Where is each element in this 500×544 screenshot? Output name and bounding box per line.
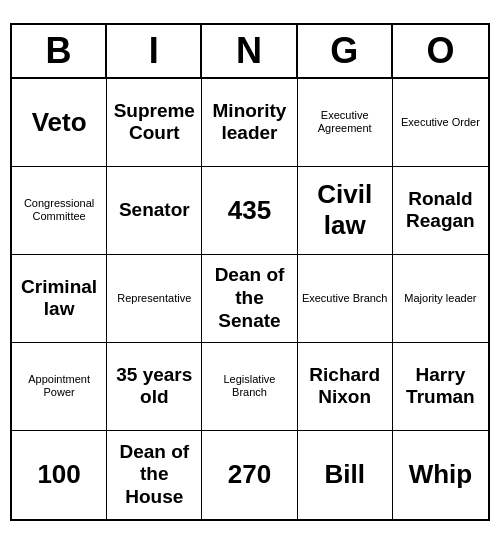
cell-label: Appointment Power [16, 373, 102, 399]
bingo-cell: Executive Branch [298, 255, 393, 343]
bingo-cell: Appointment Power [12, 343, 107, 431]
cell-label: 100 [37, 459, 80, 490]
bingo-cell: Senator [107, 167, 202, 255]
bingo-cell: 35 years old [107, 343, 202, 431]
bingo-cell: Harry Truman [393, 343, 488, 431]
cell-label: Dean of the House [111, 441, 197, 509]
cell-label: Executive Order [401, 116, 480, 129]
bingo-cell: Representative [107, 255, 202, 343]
bingo-cell: 270 [202, 431, 297, 519]
cell-label: Dean of the Senate [206, 264, 292, 332]
cell-label: Harry Truman [397, 364, 484, 410]
bingo-cell: Congressional Committee [12, 167, 107, 255]
header-letter: I [107, 25, 202, 77]
bingo-cell: Executive Agreement [298, 79, 393, 167]
bingo-cell: Civil law [298, 167, 393, 255]
cell-label: Executive Branch [302, 292, 388, 305]
bingo-cell: Executive Order [393, 79, 488, 167]
bingo-card: BINGO VetoSupreme CourtMinority leaderEx… [10, 23, 490, 521]
cell-label: Ronald Reagan [397, 188, 484, 234]
bingo-cell: Richard Nixon [298, 343, 393, 431]
bingo-cell: Majority leader [393, 255, 488, 343]
bingo-cell: Whip [393, 431, 488, 519]
cell-label: Richard Nixon [302, 364, 388, 410]
cell-label: Senator [119, 199, 190, 222]
header-letter: N [202, 25, 297, 77]
cell-label: Congressional Committee [16, 197, 102, 223]
cell-label: Majority leader [404, 292, 476, 305]
cell-label: 35 years old [111, 364, 197, 410]
bingo-cell: Criminal law [12, 255, 107, 343]
cell-label: Supreme Court [111, 100, 197, 146]
cell-label: 435 [228, 195, 271, 226]
cell-label: Civil law [302, 179, 388, 241]
bingo-grid: VetoSupreme CourtMinority leaderExecutiv… [12, 79, 488, 519]
cell-label: 270 [228, 459, 271, 490]
cell-label: Executive Agreement [302, 109, 388, 135]
cell-label: Representative [117, 292, 191, 305]
bingo-header: BINGO [12, 25, 488, 79]
bingo-cell: 435 [202, 167, 297, 255]
header-letter: O [393, 25, 488, 77]
bingo-cell: Ronald Reagan [393, 167, 488, 255]
cell-label: Whip [409, 459, 473, 490]
bingo-cell: 100 [12, 431, 107, 519]
bingo-cell: Supreme Court [107, 79, 202, 167]
header-letter: G [298, 25, 393, 77]
bingo-cell: Dean of the House [107, 431, 202, 519]
cell-label: Minority leader [206, 100, 292, 146]
bingo-cell: Dean of the Senate [202, 255, 297, 343]
bingo-cell: Bill [298, 431, 393, 519]
header-letter: B [12, 25, 107, 77]
bingo-cell: Minority leader [202, 79, 297, 167]
cell-label: Bill [324, 459, 364, 490]
bingo-cell: Veto [12, 79, 107, 167]
cell-label: Veto [32, 107, 87, 138]
cell-label: Legislative Branch [206, 373, 292, 399]
bingo-cell: Legislative Branch [202, 343, 297, 431]
cell-label: Criminal law [16, 276, 102, 322]
